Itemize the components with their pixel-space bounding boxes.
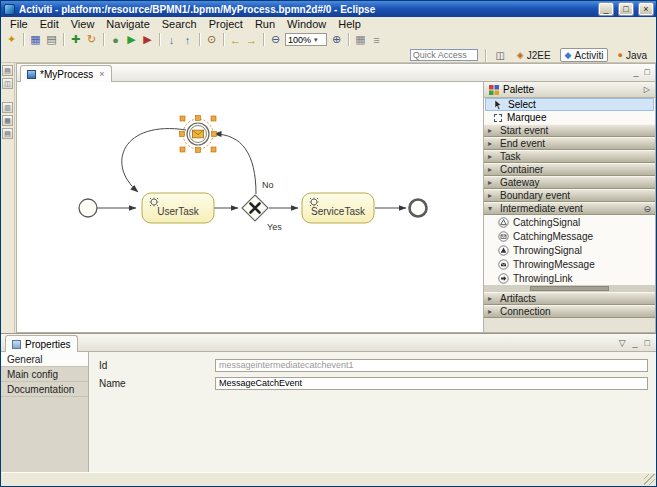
palette-item-throwing-link[interactable]: ThrowingLink: [484, 271, 655, 285]
minimize-editor-icon[interactable]: _: [634, 67, 639, 77]
section-main-config[interactable]: Main config: [1, 367, 88, 382]
zoom-level-select[interactable]: 100% ▾: [285, 33, 327, 46]
maximize-icon[interactable]: □: [619, 3, 633, 15]
menu-edit[interactable]: Edit: [34, 17, 65, 31]
marquee-icon: [494, 114, 502, 122]
explorer-view-icon[interactable]: ▥: [2, 102, 13, 113]
back-icon[interactable]: ←: [228, 32, 243, 47]
external-tools-icon[interactable]: ▶: [140, 32, 155, 47]
snippets-view-icon[interactable]: ▤: [2, 128, 13, 139]
navigator-view-icon[interactable]: ▦: [2, 115, 13, 126]
left-view-strip: ▤ ◫ ▥ ▦ ▤: [1, 63, 15, 333]
export-icon[interactable]: ↑: [180, 32, 195, 47]
palette-item-label: ThrowingSignal: [513, 245, 582, 256]
end-event-node[interactable]: [410, 200, 427, 217]
toolbar-separator: [485, 49, 486, 62]
menu-search[interactable]: Search: [156, 17, 203, 31]
tab-properties[interactable]: Properties: [5, 335, 78, 352]
service-task-node[interactable]: ServiceTask: [302, 193, 374, 223]
forward-icon[interactable]: →: [244, 32, 259, 47]
minimize-view-icon[interactable]: _: [633, 338, 638, 348]
envelope-icon: [193, 130, 204, 138]
close-icon[interactable]: ×: [639, 3, 653, 15]
chevron-right-icon[interactable]: ▷: [644, 85, 650, 94]
minimize-icon[interactable]: _: [599, 3, 613, 15]
tab-myprocess[interactable]: *MyProcess ×: [20, 65, 112, 82]
toolbar-separator: [23, 33, 24, 46]
grid-icon[interactable]: ▦: [353, 32, 368, 47]
perspective-activiti-button[interactable]: ◆ Activiti: [560, 48, 609, 62]
eclipse-window: Activiti - platform:/resource/BPMN1/.bpm…: [0, 0, 657, 487]
refresh-icon[interactable]: ↻: [84, 32, 99, 47]
maximize-view-icon[interactable]: □: [645, 338, 650, 348]
flow-gateway-to-message[interactable]: [214, 134, 256, 194]
drawer-boundary-event[interactable]: Boundary event: [484, 189, 655, 202]
close-tab-icon[interactable]: ×: [97, 69, 104, 79]
drawer-intermediate-event[interactable]: Intermediate event ⊖: [484, 202, 655, 215]
perspective-j2ee-button[interactable]: ◈ J2EE: [512, 48, 556, 62]
exclusive-gateway-node[interactable]: [242, 195, 268, 221]
collapse-drawer-icon[interactable]: ⊖: [643, 203, 651, 215]
bpmn-editor: *MyProcess × _ □: [16, 63, 656, 333]
outline-view-icon[interactable]: ◫: [2, 78, 13, 89]
throwing-link-icon: [498, 273, 509, 284]
zoom-out-icon[interactable]: ⊖: [268, 32, 283, 47]
menu-help[interactable]: Help: [332, 17, 367, 31]
palette-header[interactable]: Palette ▷: [484, 82, 655, 98]
menu-file[interactable]: File: [4, 17, 34, 31]
drawer-connection[interactable]: Connection: [484, 305, 655, 318]
name-field[interactable]: [215, 377, 648, 390]
resize-grip[interactable]: [644, 474, 655, 485]
palette-item-catching-message[interactable]: CatchingMessage: [484, 229, 655, 243]
palette-tool-marquee[interactable]: Marquee: [485, 111, 654, 124]
maximize-editor-icon[interactable]: □: [645, 67, 650, 77]
palette-scrollbar[interactable]: [484, 285, 655, 292]
zoom-in-icon[interactable]: ⊕: [329, 32, 344, 47]
menu-project[interactable]: Project: [203, 17, 249, 31]
section-documentation[interactable]: Documentation: [1, 382, 88, 397]
drawer-end-event[interactable]: End event: [484, 137, 655, 150]
palette-item-throwing-message[interactable]: ThrowingMessage: [484, 257, 655, 271]
section-general[interactable]: General: [1, 352, 88, 367]
menu-navigate[interactable]: Navigate: [100, 17, 155, 31]
menu-run[interactable]: Run: [249, 17, 281, 31]
print-icon[interactable]: ▤: [44, 32, 59, 47]
flow-message-to-usertask[interactable]: [122, 129, 186, 192]
user-task-node[interactable]: UserTask: [142, 193, 214, 223]
perspective-java-button[interactable]: ● Java: [612, 48, 652, 62]
properties-body: General Main config Documentation Id Nam…: [1, 352, 656, 472]
menu-window[interactable]: Window: [281, 17, 332, 31]
open-perspective-icon[interactable]: ◫: [493, 48, 508, 63]
tool-label: Select: [508, 99, 536, 110]
view-menu-icon[interactable]: ▽: [619, 338, 626, 348]
search-icon[interactable]: ⊙: [204, 32, 219, 47]
message-catch-event-node[interactable]: [180, 116, 217, 153]
id-field[interactable]: [215, 359, 648, 372]
palette-title: Palette: [503, 84, 534, 95]
scrollbar-thumb[interactable]: [530, 286, 609, 291]
palette-filler: [484, 318, 655, 332]
new-wizard-icon[interactable]: ✦: [4, 32, 19, 47]
menu-view[interactable]: View: [65, 17, 101, 31]
palette-item-label: CatchingSignal: [513, 217, 580, 228]
debug-icon[interactable]: ●: [108, 32, 123, 47]
diagram-canvas[interactable]: No Yes UserTask: [17, 82, 483, 332]
drawer-container[interactable]: Container: [484, 163, 655, 176]
save-icon[interactable]: ▦: [28, 32, 43, 47]
drawer-gateway[interactable]: Gateway: [484, 176, 655, 189]
quick-access-input[interactable]: [410, 49, 478, 61]
drawer-artifacts[interactable]: Artifacts: [484, 292, 655, 305]
restore-view-icon[interactable]: ▤: [2, 65, 13, 76]
palette-item-catching-signal[interactable]: CatchingSignal: [484, 215, 655, 229]
drawer-start-event[interactable]: Start event: [484, 124, 655, 137]
palette-tool-select[interactable]: Select: [485, 98, 654, 111]
drawer-task[interactable]: Task: [484, 150, 655, 163]
import-icon[interactable]: ↓: [164, 32, 179, 47]
align-icon[interactable]: ≡: [369, 32, 384, 47]
properties-form: Id Name: [89, 352, 656, 472]
new-diagram-icon[interactable]: ✚: [68, 32, 83, 47]
run-icon[interactable]: ▶: [124, 32, 139, 47]
palette-item-throwing-signal[interactable]: ThrowingSignal: [484, 243, 655, 257]
properties-table-icon: [12, 340, 21, 349]
start-event-node[interactable]: [79, 199, 97, 217]
